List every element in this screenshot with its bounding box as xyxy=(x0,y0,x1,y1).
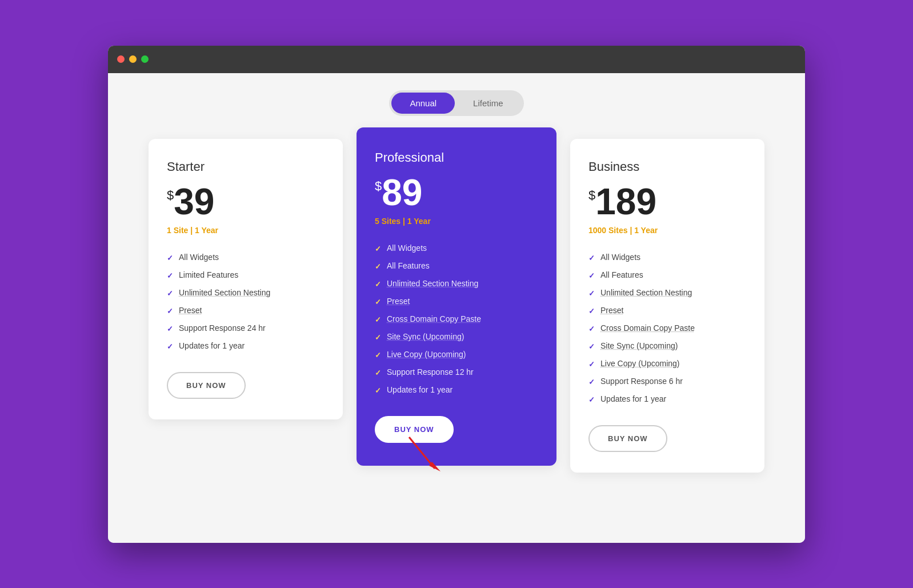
features-list-starter: ✓All Widgets✓Limited Features✓Unlimited … xyxy=(167,249,325,355)
list-item: ✓Support Response 12 hr xyxy=(375,363,538,381)
checkmark-icon: ✓ xyxy=(167,271,173,280)
checkmark-icon: ✓ xyxy=(375,245,381,253)
feature-label: All Widgets xyxy=(179,253,219,262)
list-item: ✓Cross Domain Copy Paste xyxy=(375,310,538,328)
minimize-dot[interactable] xyxy=(129,55,137,63)
features-list-business: ✓All Widgets✓All Features✓Unlimited Sect… xyxy=(588,249,746,408)
buy-button-business[interactable]: BUY NOW xyxy=(588,425,667,452)
checkmark-icon: ✓ xyxy=(375,351,381,359)
checkmark-icon: ✓ xyxy=(375,262,381,271)
browser-titlebar xyxy=(108,46,805,73)
list-item: ✓Unlimited Section Nesting xyxy=(167,284,325,302)
browser-window: Annual Lifetime Starter$391 Site | 1 Yea… xyxy=(108,46,805,543)
feature-label: Support Response 24 hr xyxy=(179,323,266,333)
billing-toggle: Annual Lifetime xyxy=(389,90,523,116)
red-arrow-icon xyxy=(403,434,449,474)
annual-toggle-button[interactable]: Annual xyxy=(391,93,455,114)
feature-label: Site Sync (Upcoming) xyxy=(600,341,678,350)
checkmark-icon: ✓ xyxy=(375,333,381,342)
list-item: ✓All Widgets xyxy=(375,239,538,257)
maximize-dot[interactable] xyxy=(141,55,149,63)
feature-label: All Widgets xyxy=(387,243,427,253)
checkmark-icon: ✓ xyxy=(167,342,173,351)
feature-label: Preset xyxy=(600,306,623,315)
list-item: ✓Preset xyxy=(375,293,538,310)
list-item: ✓All Widgets xyxy=(167,249,325,266)
feature-label: Unlimited Section Nesting xyxy=(179,288,270,297)
feature-label: Updates for 1 year xyxy=(179,341,245,350)
feature-label: Live Copy (Upcoming) xyxy=(387,350,466,359)
feature-label: Support Response 12 hr xyxy=(387,367,474,377)
feature-label: All Features xyxy=(387,261,430,270)
list-item: ✓Cross Domain Copy Paste xyxy=(588,319,746,337)
list-item: ✓Preset xyxy=(167,302,325,319)
feature-label: Preset xyxy=(179,306,202,315)
checkmark-icon: ✓ xyxy=(167,325,173,333)
checkmark-icon: ✓ xyxy=(375,298,381,306)
checkmark-icon: ✓ xyxy=(375,386,381,395)
list-item: ✓Live Copy (Upcoming) xyxy=(375,346,538,363)
price-amount-starter: 39 xyxy=(174,183,214,220)
checkmark-icon: ✓ xyxy=(588,271,595,280)
features-list-professional: ✓All Widgets✓All Features✓Unlimited Sect… xyxy=(375,239,538,399)
plan-name-business: Business xyxy=(588,159,746,174)
buy-button-starter[interactable]: BUY NOW xyxy=(167,372,246,399)
list-item: ✓Support Response 24 hr xyxy=(167,319,325,337)
list-item: ✓Preset xyxy=(588,302,746,319)
plans-container: Starter$391 Site | 1 Year✓All Widgets✓Li… xyxy=(149,139,764,473)
checkmark-icon: ✓ xyxy=(167,289,173,298)
cta-arrow-container: BUY NOW xyxy=(375,416,538,443)
price-symbol-business: $ xyxy=(588,188,595,203)
price-row-business: $189 xyxy=(588,183,746,220)
feature-label: Updates for 1 year xyxy=(600,394,666,403)
plan-name-starter: Starter xyxy=(167,159,325,174)
checkmark-icon: ✓ xyxy=(375,315,381,324)
list-item: ✓Site Sync (Upcoming) xyxy=(375,328,538,346)
checkmark-icon: ✓ xyxy=(375,280,381,289)
checkmark-icon: ✓ xyxy=(375,369,381,377)
feature-label: Site Sync (Upcoming) xyxy=(387,332,464,341)
list-item: ✓Unlimited Section Nesting xyxy=(588,284,746,302)
checkmark-icon: ✓ xyxy=(167,307,173,315)
feature-label: All Features xyxy=(600,270,643,279)
feature-label: Support Response 6 hr xyxy=(600,377,683,386)
feature-label: Updates for 1 year xyxy=(387,385,453,394)
list-item: ✓Updates for 1 year xyxy=(167,337,325,355)
list-item: ✓Support Response 6 hr xyxy=(588,373,746,390)
price-row-starter: $39 xyxy=(167,183,325,220)
feature-label: Unlimited Section Nesting xyxy=(387,279,478,288)
lifetime-toggle-button[interactable]: Lifetime xyxy=(455,93,522,114)
list-item: ✓Live Copy (Upcoming) xyxy=(588,355,746,373)
list-item: ✓Updates for 1 year xyxy=(588,390,746,408)
list-item: ✓All Widgets xyxy=(588,249,746,266)
checkmark-icon: ✓ xyxy=(588,289,595,298)
list-item: ✓Updates for 1 year xyxy=(375,381,538,399)
feature-label: Live Copy (Upcoming) xyxy=(600,359,680,368)
feature-label: Limited Features xyxy=(179,270,238,279)
feature-label: Cross Domain Copy Paste xyxy=(387,314,481,323)
plan-card-business: Business$1891000 Sites | 1 Year✓All Widg… xyxy=(570,139,764,473)
plan-subtitle-professional: 5 Sites | 1 Year xyxy=(375,217,538,226)
plan-card-professional: Professional$895 Sites | 1 Year✓All Widg… xyxy=(357,127,556,466)
plan-subtitle-starter: 1 Site | 1 Year xyxy=(167,226,325,235)
price-symbol-professional: $ xyxy=(375,179,382,194)
plan-subtitle-business: 1000 Sites | 1 Year xyxy=(588,226,746,235)
checkmark-icon: ✓ xyxy=(588,325,595,333)
checkmark-icon: ✓ xyxy=(167,254,173,262)
list-item: ✓Site Sync (Upcoming) xyxy=(588,337,746,355)
checkmark-icon: ✓ xyxy=(588,254,595,262)
plan-card-starter: Starter$391 Site | 1 Year✓All Widgets✓Li… xyxy=(149,139,343,419)
checkmark-icon: ✓ xyxy=(588,360,595,369)
list-item: ✓Limited Features xyxy=(167,266,325,284)
plan-name-professional: Professional xyxy=(375,150,538,165)
checkmark-icon: ✓ xyxy=(588,307,595,315)
feature-label: Unlimited Section Nesting xyxy=(600,288,692,297)
feature-label: All Widgets xyxy=(600,253,640,262)
checkmark-icon: ✓ xyxy=(588,395,595,404)
feature-label: Cross Domain Copy Paste xyxy=(600,323,695,333)
checkmark-icon: ✓ xyxy=(588,342,595,351)
list-item: ✓All Features xyxy=(375,257,538,275)
close-dot[interactable] xyxy=(117,55,125,63)
price-symbol-starter: $ xyxy=(167,188,174,203)
list-item: ✓All Features xyxy=(588,266,746,284)
